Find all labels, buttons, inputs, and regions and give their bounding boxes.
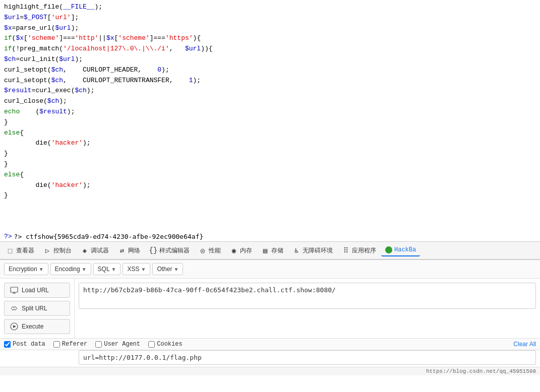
devtool-label-4: 样式编辑器 <box>159 246 190 255</box>
other-arrow: ▼ <box>173 267 178 272</box>
svg-rect-0 <box>11 287 18 292</box>
code-line: if($x['scheme']==='http'||$x['scheme']==… <box>4 33 536 44</box>
devtool-icon-9: ⠿ <box>342 246 350 254</box>
code-line: $ch=curl_init($url); <box>4 54 536 65</box>
referer-checkbox-label[interactable]: Referer <box>53 341 87 348</box>
encoding-label: Encoding <box>55 266 80 273</box>
sql-dropdown[interactable]: SQL ▼ <box>93 263 121 275</box>
devtool-item-性能[interactable]: ◎性能 <box>195 244 225 257</box>
devtool-icon-6: ◉ <box>230 246 238 254</box>
devtool-icon-3: ⇄ <box>118 246 126 254</box>
encryption-arrow: ▼ <box>39 267 44 272</box>
devtool-icon-1: ▷ <box>43 246 51 254</box>
user-agent-checkbox-label[interactable]: User Agent <box>95 341 140 348</box>
execute-button[interactable]: Execute <box>4 319 70 334</box>
sql-label: SQL <box>98 266 110 273</box>
referer-label: Referer <box>62 341 87 348</box>
post-data-checkbox-label[interactable]: Post data <box>4 341 45 348</box>
encryption-dropdown[interactable]: Encryption ▼ <box>4 263 48 275</box>
encoding-dropdown[interactable]: Encoding ▼ <box>50 263 91 275</box>
execute-icon <box>10 322 19 331</box>
devtool-item-内存[interactable]: ◉内存 <box>226 244 256 257</box>
hackbar-bottom <box>0 350 540 367</box>
devtool-label-2: 调试器 <box>91 246 109 255</box>
code-line: die('hacker'); <box>4 138 536 149</box>
code-line: else{ <box>4 128 536 139</box>
load-url-label: Load URL <box>22 287 49 294</box>
devtool-item-调试器[interactable]: ◈调试器 <box>77 244 113 257</box>
post-data-input[interactable] <box>79 350 536 365</box>
hackbar-container: Encryption ▼ Encoding ▼ SQL ▼ XSS ▼ Othe… <box>0 259 540 367</box>
code-line: if(!preg_match('/localhost|127\.0\.|\\./… <box>4 44 536 54</box>
split-url-icon <box>10 304 19 313</box>
devtool-icon-2: ◈ <box>81 246 89 254</box>
xss-label: XSS <box>127 266 139 273</box>
code-line: die('hacker'); <box>4 180 536 191</box>
url-input[interactable] <box>79 283 536 309</box>
devtool-item-无障碍环境[interactable]: ♿无障碍环境 <box>288 244 337 257</box>
code-line: } <box>4 190 536 201</box>
code-line: } <box>4 149 536 159</box>
devtool-item-查看器[interactable]: ⬚查看器 <box>2 244 38 257</box>
encoding-arrow: ▼ <box>82 267 87 272</box>
devtool-label-8: 无障碍环境 <box>303 246 333 255</box>
code-line: $result=curl_exec($ch); <box>4 86 536 96</box>
devtool-label-10: HackBa <box>394 246 416 253</box>
code-line: else{ <box>4 170 536 180</box>
devtool-label-3: 网络 <box>128 246 140 255</box>
devtool-item-网络[interactable]: ⇄网络 <box>114 244 144 257</box>
xss-arrow: ▼ <box>141 267 146 272</box>
xss-dropdown[interactable]: XSS ▼ <box>123 263 150 275</box>
devtool-item-hackba[interactable]: HackBa <box>381 244 420 256</box>
devtool-item-控制台[interactable]: ▷控制台 <box>39 244 76 257</box>
hackbar-left: Load URL Split URL Execute <box>0 279 75 338</box>
devtool-label-5: 性能 <box>209 246 221 255</box>
devtool-item-应用程序[interactable]: ⠿应用程序 <box>338 244 380 257</box>
devtool-label-0: 查看器 <box>16 246 34 255</box>
user-agent-checkbox[interactable] <box>95 341 102 348</box>
clear-all-button[interactable]: Clear All <box>513 341 536 348</box>
status-bar: https://blog.csdn.net/qq_45951598 <box>0 367 540 375</box>
other-dropdown[interactable]: Other ▼ <box>152 263 183 275</box>
cookies-checkbox-label[interactable]: Cookies <box>148 341 182 348</box>
code-line: curl_setopt($ch, CURLOPT_RETURNTRANSFER,… <box>4 76 536 86</box>
devtool-icon-8: ♿ <box>292 246 301 254</box>
split-url-label: Split URL <box>22 305 47 312</box>
hackbar-checkboxes: Post data Referer User Agent Cookies Cle… <box>0 338 540 350</box>
devtool-icon-5: ◎ <box>199 246 207 254</box>
cookies-checkbox[interactable] <box>148 341 155 348</box>
post-data-label: Post data <box>13 341 45 348</box>
code-line: $url=$_POST['url']; <box>4 13 536 23</box>
load-url-icon <box>10 286 19 295</box>
hackbar-main: Load URL Split URL Execute <box>0 279 540 338</box>
execute-label: Execute <box>22 323 43 330</box>
hackbar-right <box>75 279 540 338</box>
post-data-checkbox[interactable] <box>4 341 11 348</box>
referer-checkbox[interactable] <box>53 341 60 348</box>
code-line: curl_close($ch); <box>4 96 536 107</box>
code-line: } <box>4 159 536 170</box>
devtool-label-1: 控制台 <box>53 246 72 255</box>
devtool-item-样式编辑器[interactable]: {}样式编辑器 <box>145 244 194 257</box>
devtool-label-6: 内存 <box>240 246 252 255</box>
devtool-label-7: 存储 <box>271 246 283 255</box>
other-label: Other <box>157 266 172 273</box>
devtool-label-9: 应用程序 <box>352 246 376 255</box>
split-url-button[interactable]: Split URL <box>4 301 70 316</box>
code-area: highlight_file(__FILE__);$url=$_POST['ur… <box>0 0 540 232</box>
svg-marker-4 <box>13 325 16 328</box>
result-value: ?> ctfshow{5965cda9-ed74-4230-afbe-92ec9… <box>14 233 204 240</box>
hackbar-toolbar: Encryption ▼ Encoding ▼ SQL ▼ XSS ▼ Othe… <box>0 260 540 279</box>
cookies-label: Cookies <box>157 341 182 348</box>
load-url-button[interactable]: Load URL <box>4 283 70 298</box>
code-line: echo ($result); <box>4 107 536 117</box>
user-agent-label: User Agent <box>104 341 140 348</box>
devtool-icon-4: {} <box>149 246 157 254</box>
code-line: curl_setopt($ch, CURLOPT_HEADER, 0); <box>4 65 536 76</box>
code-line: highlight_file(__FILE__); <box>4 2 536 13</box>
encryption-label: Encryption <box>9 266 37 273</box>
code-line: } <box>4 117 536 128</box>
devtools-bar: ⬚查看器▷控制台◈调试器⇄网络{}样式编辑器◎性能◉内存▤存储♿无障碍环境⠿应用… <box>0 241 540 259</box>
devtool-item-存储[interactable]: ▤存储 <box>257 244 287 257</box>
result-line: ?> ?> ctfshow{5965cda9-ed74-4230-afbe-92… <box>0 232 540 241</box>
